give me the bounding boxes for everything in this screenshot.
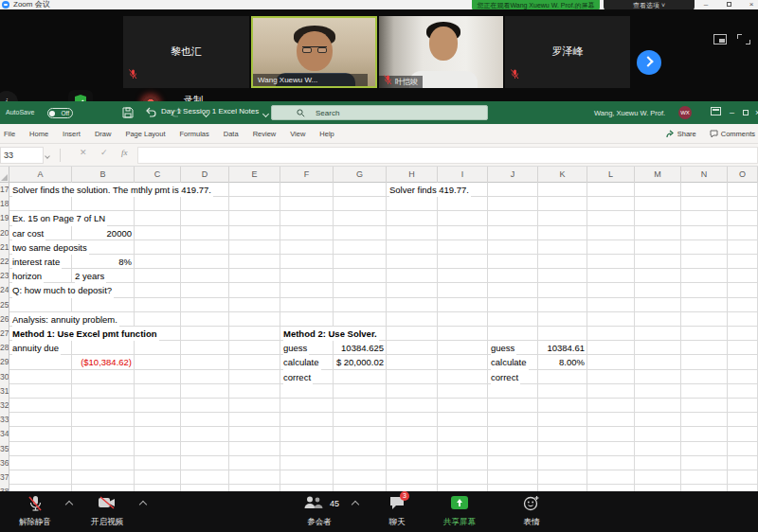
account-avatar[interactable]: WX — [678, 106, 692, 119]
cell-G29[interactable]: $20,000.02 — [336, 355, 384, 369]
cell-A28[interactable]: annuity due — [12, 341, 61, 355]
ribbon-tab-view[interactable]: View — [290, 130, 305, 138]
select-all-corner[interactable] — [0, 167, 9, 183]
row-header-21[interactable]: 21 — [0, 240, 9, 255]
cell-K29[interactable]: 8.00% — [538, 355, 585, 369]
ribbon-tab-file[interactable]: File — [4, 130, 15, 138]
name-box[interactable]: 33 — [0, 147, 44, 164]
next-participants-button[interactable] — [637, 50, 661, 75]
ribbon-tab-home[interactable]: Home — [29, 130, 48, 138]
participants-chevron-icon[interactable] — [352, 501, 359, 508]
row-header-17[interactable]: 17 — [0, 183, 9, 197]
excel-restore-icon[interactable] — [743, 108, 749, 117]
share-screen-button[interactable]: 共享屏幕 — [428, 491, 491, 532]
row-header-37[interactable]: 37 — [0, 470, 9, 485]
column-header-F[interactable]: F — [280, 167, 334, 183]
cell-A20[interactable]: car cost — [12, 226, 45, 240]
ribbon-display-options-icon[interactable] — [711, 107, 721, 115]
cell-F27[interactable]: Method 2: Use Solver. — [283, 327, 379, 341]
start-video-button[interactable]: 开启视频 — [78, 491, 136, 532]
window-maximize-icon[interactable] — [722, 0, 735, 9]
row-header-20[interactable]: 20 — [0, 226, 9, 240]
video-tile-1[interactable]: 黎也汇 — [123, 16, 249, 88]
grid-body[interactable]: 1718192021222324252627282930313233343536… — [0, 183, 758, 491]
document-title[interactable]: Day 1 Session 1 Excel Notes — [161, 107, 259, 115]
window-close-icon[interactable]: × — [745, 0, 758, 9]
name-box-caret-icon[interactable] — [45, 153, 50, 159]
row-header-28[interactable]: 28 — [0, 341, 9, 355]
row-header-31[interactable]: 31 — [0, 384, 9, 399]
cell-F30[interactable]: correct — [283, 370, 313, 384]
title-caret-icon[interactable] — [262, 111, 269, 117]
row-header-30[interactable]: 30 — [0, 370, 9, 384]
cell-B23[interactable]: 2 years — [75, 269, 106, 283]
cell-J29[interactable]: calculate — [491, 355, 529, 369]
row-header-32[interactable]: 32 — [0, 399, 9, 413]
cell-K28[interactable]: 10384.61 — [538, 341, 585, 355]
ribbon-tab-help[interactable]: Help — [319, 130, 334, 138]
insert-function-icon[interactable]: fx — [121, 148, 128, 157]
row-header-29[interactable]: 29 — [0, 355, 9, 369]
column-header-O[interactable]: O — [728, 167, 758, 183]
row-header-19[interactable]: 19 — [0, 211, 9, 225]
row-header-38[interactable]: 38 — [0, 485, 9, 491]
cell-A27[interactable]: Method 1: Use Excel pmt function — [12, 327, 159, 341]
column-header-K[interactable]: K — [538, 167, 587, 183]
cell-B29[interactable]: ($10,384.62) — [72, 355, 132, 369]
comments-button[interactable]: Comments — [710, 130, 755, 138]
row-header-25[interactable]: 25 — [0, 298, 9, 312]
column-header-L[interactable]: L — [587, 167, 635, 183]
column-header-G[interactable]: G — [334, 167, 387, 183]
column-header-D[interactable]: D — [181, 167, 229, 183]
cell-G28[interactable]: 10384.625 — [334, 341, 384, 355]
ribbon-tab-data[interactable]: Data — [224, 130, 239, 138]
row-header-27[interactable]: 27 — [0, 327, 9, 341]
column-header-M[interactable]: M — [635, 167, 681, 183]
video-options-chevron-icon[interactable] — [139, 501, 147, 508]
unmute-button[interactable]: 解除静音 — [6, 491, 64, 532]
cell-F28[interactable]: guess — [283, 341, 309, 355]
share-button[interactable]: Share — [666, 130, 696, 138]
view-layout-icon[interactable] — [713, 34, 727, 44]
fullscreen-icon[interactable] — [737, 34, 750, 44]
cell-B22[interactable]: 8% — [72, 255, 132, 269]
column-header-I[interactable]: I — [438, 167, 488, 183]
excel-minimize-icon[interactable]: – — [730, 108, 734, 117]
cell-J30[interactable]: correct — [491, 370, 520, 384]
cell-F29[interactable]: calculate — [283, 355, 321, 369]
video-tile-2[interactable]: Wang Xuewu W... — [251, 16, 377, 88]
cell-A17[interactable]: Solver finds the solution. The mthly pmt… — [12, 183, 213, 197]
column-header-H[interactable]: H — [387, 167, 438, 183]
column-header-C[interactable]: C — [135, 167, 181, 183]
cell-A24[interactable]: Q: how much to deposit? — [12, 283, 114, 297]
enter-icon[interactable]: ✓ — [100, 148, 108, 157]
ribbon-tab-insert[interactable]: Insert — [63, 130, 81, 138]
column-header-B[interactable]: B — [72, 167, 135, 183]
column-header-N[interactable]: N — [681, 167, 728, 183]
cell-H17[interactable]: Solver finds 419.77. — [389, 183, 471, 197]
save-icon[interactable] — [121, 106, 135, 119]
cell-A21[interactable]: two same deposits — [12, 240, 89, 255]
row-header-34[interactable]: 34 — [0, 427, 9, 441]
row-header-26[interactable]: 26 — [0, 312, 9, 327]
ribbon-tab-draw[interactable]: Draw — [95, 130, 112, 138]
formula-input[interactable] — [137, 147, 758, 164]
ribbon-tab-review[interactable]: Review — [253, 130, 277, 138]
cell-J28[interactable]: guess — [491, 341, 516, 355]
row-header-35[interactable]: 35 — [0, 442, 9, 456]
reactions-button[interactable]: 表情 — [510, 491, 553, 532]
cell-A26[interactable]: Analysis: annuity problem. — [12, 312, 119, 327]
column-header-A[interactable]: A — [9, 167, 72, 183]
cell-A23[interactable]: horizon — [12, 269, 44, 283]
row-header-22[interactable]: 22 — [0, 255, 9, 269]
row-header-18[interactable]: 18 — [0, 197, 9, 211]
search-input[interactable]: Search — [271, 105, 488, 120]
column-header-E[interactable]: E — [229, 167, 280, 183]
cancel-icon[interactable]: ✕ — [80, 148, 87, 157]
autosave-toggle[interactable]: Off — [47, 108, 73, 118]
row-header-23[interactable]: 23 — [0, 269, 9, 283]
participants-button[interactable]: 45 参会者 — [290, 491, 349, 532]
cell-A22[interactable]: interest rate — [12, 255, 62, 269]
ribbon-tab-page-layout[interactable]: Page Layout — [125, 130, 165, 138]
cell-B20[interactable]: 20000 — [72, 226, 132, 240]
